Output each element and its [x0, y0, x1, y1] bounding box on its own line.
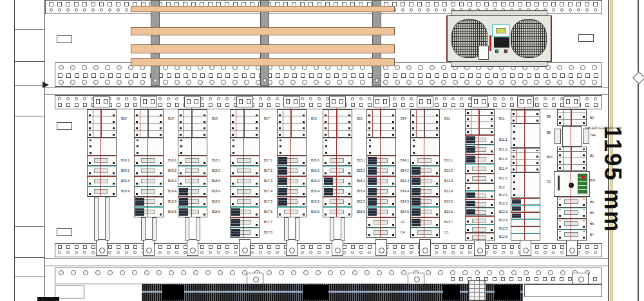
breaker-unit: [366, 217, 396, 228]
rail-hole-circle: [580, 80, 585, 85]
rail-hole-circle: [117, 251, 120, 254]
rail-hole-circle: [50, 8, 53, 12]
pcb-knob: [569, 183, 574, 188]
rail-hole-square: [535, 73, 540, 78]
frame-divider: [14, 226, 45, 227]
rail-hole-circle: [389, 270, 394, 275]
rail-hole-square: [108, 245, 112, 249]
rail-hole-square: [552, 73, 556, 78]
rail-hole-square: [410, 73, 414, 78]
breaker-unit: [511, 198, 540, 205]
rail-hole-square: [410, 245, 413, 249]
branch-label: B15.1: [357, 159, 365, 162]
rail-hole-circle: [406, 65, 412, 70]
rail-hole-circle: [487, 270, 492, 275]
rail-hole-circle: [383, 80, 388, 85]
rail-hole-circle: [441, 80, 446, 85]
rail-hole-circle: [301, 251, 304, 254]
rail-hole-square: [359, 73, 364, 78]
device-label: B14: [401, 117, 406, 120]
rail-hole-square: [343, 73, 347, 78]
rail-hole-square: [551, 277, 555, 281]
rail-hole-circle: [66, 97, 70, 100]
cover-box: [134, 138, 164, 156]
rail-hole-circle: [535, 97, 538, 100]
rail-hole-circle: [59, 80, 64, 85]
branch-label: B13.2: [444, 169, 453, 172]
left-frame-profile: [14, 0, 45, 301]
mounting-bracket: [57, 122, 72, 130]
rail-hole-circle: [592, 80, 597, 85]
rail-hole-circle: [401, 97, 404, 100]
breaker-unit: [230, 207, 260, 217]
rail-hole-square: [209, 245, 213, 249]
breaker-unit: [323, 197, 352, 207]
rail-hole-square: [225, 73, 230, 78]
rail-hole-square: [410, 103, 413, 107]
rail-hole-square: [576, 2, 581, 6]
rail-hole-square: [158, 245, 162, 249]
branch-label: B19.5: [168, 200, 176, 203]
breaker-unit: [277, 166, 307, 176]
branch-label: B11.5: [499, 177, 507, 180]
cover-box: [87, 138, 117, 156]
rail-hole-square: [66, 103, 70, 107]
breaker-unit: [87, 187, 117, 197]
red-wire-run: [478, 108, 479, 241]
rail-hole-square: [58, 245, 62, 249]
rail-hole-square: [317, 245, 321, 249]
rail-hole-square: [368, 73, 372, 78]
rail-hole-circle: [133, 251, 137, 254]
rail-hole-circle: [244, 80, 249, 85]
breaker-unit: [366, 197, 396, 207]
branch-label: B16.5: [311, 200, 319, 203]
rail-hole-square: [577, 73, 582, 78]
rail-hole-square: [426, 73, 431, 78]
breaker-block: [511, 148, 540, 172]
cover-box: [178, 138, 207, 156]
breaker-block: [410, 109, 440, 138]
rail-hole-square: [401, 103, 405, 107]
rail-hole-square: [125, 103, 129, 107]
rail-hole-square: [443, 245, 447, 249]
red-wire-run: [100, 108, 101, 197]
breaker-unit: [87, 166, 117, 176]
rail-hole-circle: [592, 65, 597, 70]
rail-hole-square: [75, 245, 79, 249]
red-wire-run: [524, 108, 525, 241]
rail-hole-circle: [309, 97, 312, 100]
branch-label: B12.1: [499, 194, 507, 197]
rail-hole-square: [551, 2, 556, 6]
rail-hole-circle: [401, 8, 404, 12]
rail-hole-square: [309, 103, 313, 107]
cover-box: [511, 172, 540, 198]
branch-label: B16.2: [311, 169, 319, 172]
support-hole: [153, 78, 157, 82]
rail-hole-square: [368, 103, 372, 107]
breaker-block: [366, 109, 396, 138]
device-label: B13: [444, 117, 450, 120]
rail-hole-circle: [82, 65, 87, 70]
rail-hole-circle: [395, 65, 400, 70]
breaker-unit: [277, 176, 307, 187]
rail-hole-circle: [108, 251, 111, 254]
branch-label: B12.2: [499, 202, 507, 205]
rail-hole-circle: [569, 65, 574, 70]
rail-hole-square: [518, 2, 522, 6]
rail-hole-circle: [365, 270, 370, 275]
branch-label: B15.4: [357, 190, 365, 193]
rail-hole-circle: [585, 97, 589, 100]
rail-hole-square: [501, 2, 506, 6]
rail-hole-circle: [493, 97, 497, 100]
rail-hole-circle: [569, 80, 574, 85]
rail-hole-circle: [418, 8, 421, 12]
duct-leg: [185, 217, 189, 241]
rail-hole-square: [435, 245, 439, 249]
branch-label: B17.3: [264, 179, 272, 183]
rail-hole-square: [409, 2, 413, 6]
rail-hole-circle: [499, 270, 504, 275]
rail-hole-circle: [435, 97, 438, 100]
rail-hole-circle: [105, 80, 110, 85]
rail-hole-square: [493, 245, 497, 249]
rail-hole-circle: [351, 97, 354, 100]
